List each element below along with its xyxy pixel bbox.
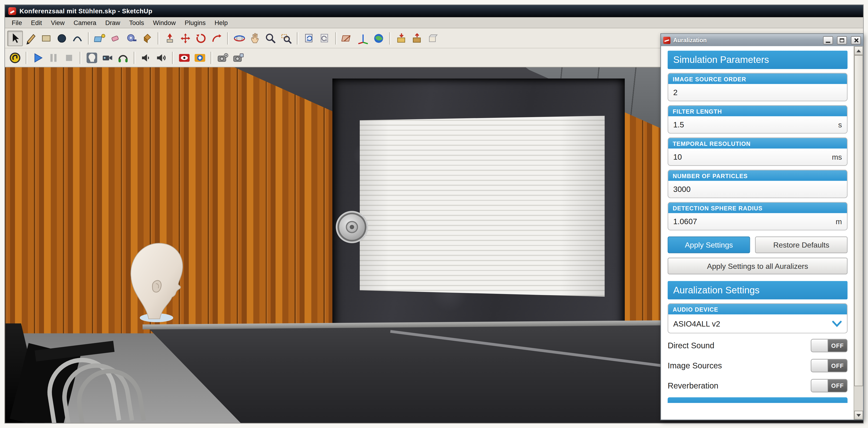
menu-item-file[interactable]: File [7,18,26,27]
headphones-icon[interactable] [115,50,131,65]
menu-item-window[interactable]: Window [149,18,180,27]
share-models-icon[interactable] [409,30,425,46]
section-header-simulation: Simulation Parameters [668,51,847,69]
camera-capture-icon[interactable] [230,50,246,65]
field-label: NUMBER OF PARTICLES [668,170,847,181]
chevron-down-icon [832,320,842,327]
toolbar-separator [158,32,159,44]
reverberation-toggle[interactable]: OFF [811,379,847,392]
apply-settings-button[interactable]: Apply Settings [668,236,750,253]
audio-device-label: AUDIO DEVICE [668,304,847,315]
model-box-icon[interactable] [425,30,440,46]
select-tool-icon[interactable] [7,30,23,46]
menu-item-tools[interactable]: Tools [125,18,149,27]
auralization-panel: Auralization Simulation Parameters IMAGE… [660,33,864,420]
close-button[interactable] [851,36,861,44]
speaker-high-icon[interactable] [154,50,169,65]
panel-content: Simulation Parameters IMAGE SOURCE ORDER… [661,46,853,420]
toolbar-separator [297,32,299,44]
field-value[interactable]: 10 [673,153,682,161]
menu-item-help[interactable]: Help [210,18,232,27]
orbit-tool-icon[interactable] [231,30,247,46]
pause-icon[interactable] [45,50,61,65]
toggle-row-direct-sound: Direct Sound OFF [668,338,847,354]
google-earth-icon[interactable] [371,30,386,46]
get-models-icon[interactable] [394,30,409,46]
window-titlebar[interactable]: Konferenzsaal mit Stühlen.skp - SketchUp [5,5,863,17]
rectangle-tool-icon[interactable] [38,30,54,46]
projection-screen [360,116,605,297]
binaural-head-icon[interactable] [84,50,100,65]
audio-device-select[interactable]: ASIO4ALL v2 [668,315,847,333]
panel-title: Auralization [673,37,819,43]
zoom-window-icon[interactable] [278,30,294,46]
field-value[interactable]: 3000 [673,185,690,194]
field-temporal-resolution[interactable]: TEMPORAL RESOLUTION 10ms [668,137,847,166]
apply-settings-all-button[interactable]: Apply Settings to all Auralizers [668,258,847,274]
material-visualizer-icon[interactable] [177,50,192,65]
panel-scrollbar[interactable] [854,46,863,420]
next-view-icon[interactable] [317,30,333,46]
field-label: FILTER LENGTH [668,106,847,116]
minimize-button[interactable] [823,36,833,44]
tape-measure-icon[interactable] [124,30,140,46]
toolbar-separator [133,52,135,64]
menu-item-view[interactable]: View [46,18,69,27]
circle-tool-icon[interactable] [54,30,70,46]
image-sources-toggle[interactable]: OFF [811,359,847,372]
toggle-state: OFF [828,380,847,392]
network-compass-icon[interactable] [192,50,208,65]
toggle-label: Direct Sound [668,341,714,350]
menu-item-edit[interactable]: Edit [26,18,46,27]
camera-settings-icon[interactable] [215,50,230,65]
menu-item-draw[interactable]: Draw [101,18,125,27]
play-icon[interactable] [30,50,46,65]
sketchup-logo-icon [8,7,16,15]
pan-tool-icon[interactable] [247,30,263,46]
direct-sound-toggle[interactable]: OFF [811,339,847,352]
make-component-icon[interactable] [92,30,108,46]
menu-item-plugins[interactable]: Plugins [180,18,210,27]
field-unit: m [836,218,842,226]
field-label: TEMPORAL RESOLUTION [668,138,847,149]
field-image-source-order[interactable]: IMAGE SOURCE ORDER 2 [668,73,847,101]
section-plane-icon[interactable] [340,30,355,46]
field-value[interactable]: 1.5 [673,120,684,129]
desktop: Konferenzsaal mit Stühlen.skp - SketchUp… [0,0,868,428]
menu-item-camera[interactable]: Camera [69,18,100,27]
speaker-low-icon[interactable] [138,50,154,65]
scrollbar-thumb[interactable] [854,55,863,386]
toggle-state: OFF [828,360,847,372]
toggle-state: OFF [828,339,847,352]
field-number-of-particles[interactable]: NUMBER OF PARTICLES 3000 [668,170,847,198]
scroll-up-icon[interactable] [854,46,863,55]
arc-tool-icon[interactable] [70,30,85,46]
paint-bucket-icon[interactable] [139,30,155,46]
field-value[interactable]: 2 [673,88,678,97]
scroll-down-icon[interactable] [854,411,863,420]
field-detection-sphere-radius[interactable]: DETECTION SPHERE RADIUS 1.0607m [668,202,847,230]
next-section-header-partial [668,397,847,403]
panel-titlebar[interactable]: Auralization [661,34,863,46]
auralization-power-icon[interactable] [7,50,23,65]
rotate-tool-icon[interactable] [193,30,209,46]
field-value[interactable]: 1.0607 [673,217,697,226]
toolbar-separator [172,52,174,64]
axes-tool-icon[interactable] [355,30,371,46]
toolbar-separator [335,32,337,44]
push-pull-icon[interactable] [162,30,178,46]
maximize-button[interactable] [837,36,847,44]
stop-icon[interactable] [61,50,77,65]
move-tool-icon[interactable] [178,30,193,46]
offset-tool-icon[interactable] [209,30,224,46]
toolbar-separator [80,52,81,64]
zoom-tool-icon[interactable] [263,30,279,46]
video-camera-icon[interactable] [100,50,115,65]
field-filter-length[interactable]: FILTER LENGTH 1.5s [668,105,847,133]
previous-view-icon[interactable] [301,30,317,46]
eraser-tool-icon[interactable] [108,30,124,46]
toolbar-separator [211,52,212,64]
restore-defaults-button[interactable]: Restore Defaults [755,236,847,253]
menubar: File Edit View Camera Draw Tools Window … [5,17,863,29]
line-tool-icon[interactable] [23,30,39,46]
